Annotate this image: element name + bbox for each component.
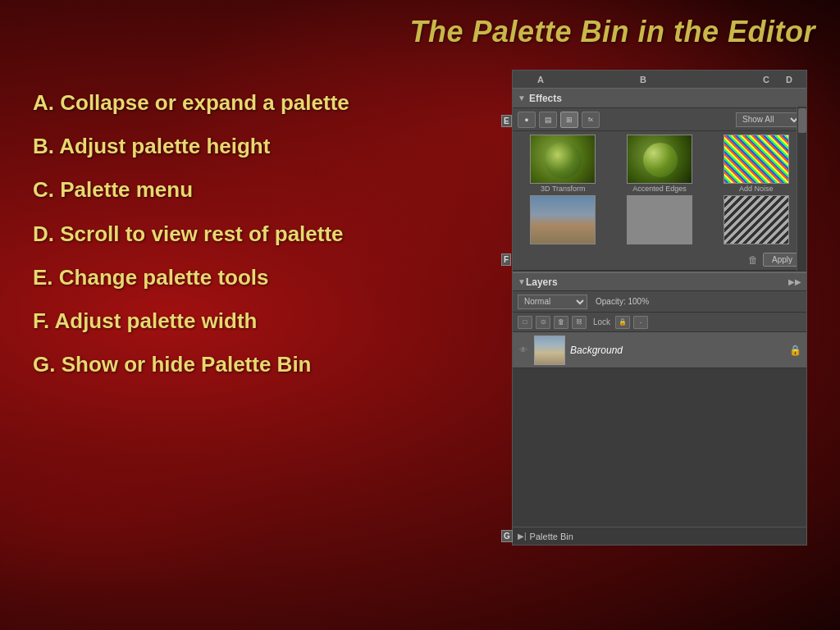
list-text-c: Palette menu — [60, 177, 193, 202]
effects-header: ▼ Effects — [513, 89, 806, 108]
effect-thumb-4[interactable] — [516, 195, 610, 246]
tool-btn-layers[interactable]: ▤ — [539, 112, 557, 128]
list-letter-e: E. — [33, 265, 59, 290]
layer-tool-new[interactable]: □ — [518, 316, 532, 329]
marker-g: G — [501, 530, 513, 542]
layer-tool-trash[interactable]: 🗑 — [554, 316, 568, 329]
lock-label: Lock — [593, 317, 610, 326]
thumb-label-noise: Add Noise — [739, 185, 774, 193]
list-item-d: D. Scroll to view rest of palette — [33, 221, 476, 247]
list-item-e: E. Change palette tools — [33, 265, 476, 290]
layers-expand-icon[interactable]: ▶▶ — [788, 277, 801, 286]
list-letter-f: F. — [33, 308, 54, 333]
list-letter-d: D. — [33, 221, 60, 246]
list-letter-g: G. — [33, 352, 62, 377]
tool-btn-fx[interactable]: fx — [582, 112, 600, 128]
effect-thumb-5[interactable] — [613, 195, 707, 246]
feature-list: A. Collapse or expand a palette B. Adjus… — [33, 90, 476, 395]
thumb-landscape — [530, 195, 596, 244]
layer-lock-icon: 🔒 — [789, 345, 801, 356]
layer-tool-link[interactable]: ⛓ — [572, 316, 587, 329]
thumb-add-noise — [724, 135, 789, 184]
effect-thumb-6[interactable] — [709, 195, 803, 246]
ruler-label-a: A — [537, 75, 544, 84]
thumb-diagonal — [724, 195, 789, 244]
list-text-g: Show or hide Palette Bin — [62, 352, 312, 377]
list-item-b: B. Adjust palette height — [33, 134, 476, 159]
thumb-gray — [627, 195, 692, 244]
effects-collapse-arrow[interactable]: ▼ — [518, 94, 526, 103]
effects-toolbar: E ● ▤ ⊞ fx Show All — [513, 108, 806, 131]
ruler-label-c: C — [763, 75, 769, 84]
layers-header: ▼ Layers ▶▶ — [513, 272, 806, 291]
list-item-a: A. Collapse or expand a palette — [33, 90, 476, 116]
list-text-b: Adjust palette height — [59, 134, 270, 158]
thumb-accented-edges — [627, 135, 692, 184]
background-layer-row[interactable]: 👁 Background 🔒 — [513, 332, 806, 368]
list-text-d: Scroll to view rest of palette — [60, 221, 343, 246]
palette-bin-bar: G ▶| Palette Bin — [513, 527, 806, 545]
blend-mode-dropdown[interactable]: Normal — [518, 294, 587, 309]
list-text-a: Collapse or expand a palette — [60, 90, 349, 115]
layers-title: Layers — [526, 276, 788, 288]
show-all-dropdown[interactable]: Show All — [736, 112, 801, 127]
scrollbar-thumb[interactable] — [798, 108, 806, 133]
ruler-row: A B C D — [513, 71, 806, 89]
palette-panel-area: A B C D ▼ Effects E ● ▤ ⊞ fx — [512, 70, 807, 546]
list-text-e: Change palette tools — [59, 265, 269, 290]
ruler-label-b: B — [640, 75, 646, 84]
layers-palette: ▼ Layers ▶▶ Normal Opacity: 100% □ ⊙ 🗑 ⛓… — [513, 272, 806, 368]
page-title: The Palette Bin in the Editor — [0, 0, 840, 57]
effects-scrollbar[interactable] — [797, 107, 806, 271]
delete-effect-icon[interactable]: 🗑 — [748, 254, 758, 266]
effect-accented-edges[interactable]: Accented Edges — [613, 135, 707, 193]
effects-grid: 3D Transform Accented Edges Add Noise — [513, 131, 806, 249]
list-item-f: F. Adjust palette width — [33, 308, 476, 334]
list-letter-b: B. — [33, 134, 59, 158]
list-item-c: C. Palette menu — [33, 177, 476, 203]
list-text-f: Adjust palette width — [54, 308, 257, 333]
layer-tool-paint[interactable]: ⊙ — [536, 316, 550, 329]
layer-lock-btn2[interactable]: - — [633, 316, 648, 329]
thumb-3d-transform — [530, 135, 596, 184]
list-letter-c: C. — [33, 177, 60, 202]
effects-title: Effects — [529, 93, 801, 104]
opacity-label: Opacity: 100% — [596, 297, 649, 306]
list-item-g: G. Show or hide Palette Bin — [33, 352, 476, 377]
layer-visibility-icon[interactable]: 👁 — [518, 345, 529, 356]
thumb-label-3d: 3D Transform — [541, 185, 586, 193]
effect-add-noise[interactable]: Add Noise — [709, 135, 803, 193]
layers-tools-row: □ ⊙ 🗑 ⛓ Lock 🔒 - — [513, 313, 806, 332]
layer-thumbnail — [534, 336, 565, 365]
marker-f: F — [501, 253, 511, 266]
content-area: The Palette Bin in the Editor A. Collaps… — [0, 0, 840, 630]
tool-btn-circle[interactable]: ● — [518, 112, 536, 128]
effects-apply-row: F 🗑 Apply — [513, 249, 806, 271]
palette-bin-arrow-icon[interactable]: ▶| — [518, 532, 527, 541]
effect-3d-transform[interactable]: 3D Transform — [516, 135, 610, 193]
thumb-label-accented: Accented Edges — [632, 185, 687, 193]
ruler-label-d: D — [786, 75, 792, 84]
layers-controls: Normal Opacity: 100% — [513, 291, 806, 313]
effects-palette: ▼ Effects E ● ▤ ⊞ fx Show All — [513, 89, 806, 272]
apply-button[interactable]: Apply — [763, 253, 801, 267]
layers-collapse-arrow[interactable]: ▼ — [518, 277, 526, 286]
palette-bin-label: Palette Bin — [530, 532, 573, 541]
list-letter-a: A. — [33, 90, 60, 115]
marker-e: E — [501, 115, 512, 127]
layer-lock-btn1[interactable]: 🔒 — [615, 316, 630, 329]
palette-panel: A B C D ▼ Effects E ● ▤ ⊞ fx — [512, 70, 807, 546]
tool-btn-thumbnails[interactable]: ⊞ — [560, 112, 578, 128]
layer-name: Background — [570, 345, 784, 356]
